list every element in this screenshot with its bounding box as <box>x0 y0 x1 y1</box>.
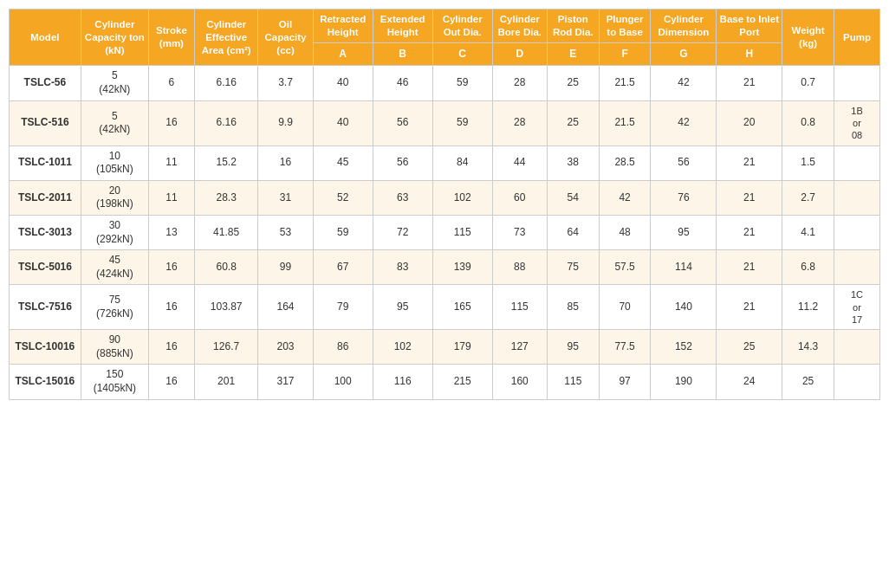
cell-col-a: 40 <box>313 66 373 100</box>
cell-stroke: 13 <box>148 215 194 249</box>
cell-col-h: 21 <box>717 285 782 330</box>
cell-model: TSLC-15016 <box>10 365 81 399</box>
table-row: TSLC-5165 (42kN)166.169.9405659282521.54… <box>10 100 880 145</box>
table-row: TSLC-751675 (726kN)16103.871647995165115… <box>10 285 880 330</box>
cell-stroke: 16 <box>148 330 194 365</box>
header-capacity: Cylinder Capacity ton (kN) <box>81 10 148 66</box>
cell-capacity: 150 (1405kN) <box>81 365 148 399</box>
cell-col-c: 84 <box>432 145 492 180</box>
cell-model: TSLC-10016 <box>10 330 81 365</box>
cell-model: TSLC-5016 <box>10 250 81 285</box>
cell-model: TSLC-56 <box>10 66 81 100</box>
cell-col-a: 79 <box>313 285 373 330</box>
cell-weight: 25 <box>782 365 834 399</box>
cell-capacity: 45 (424kN) <box>81 250 148 285</box>
cell-col-b: 46 <box>373 66 432 100</box>
header-retracted-height: Retracted Height <box>313 10 373 43</box>
cell-col-g: 140 <box>651 285 717 330</box>
header-sub-b: B <box>373 42 432 66</box>
cell-col-a: 45 <box>313 145 373 180</box>
cell-capacity: 5 (42kN) <box>81 100 148 145</box>
cell-pump <box>834 215 880 249</box>
cell-col-f: 42 <box>599 180 651 215</box>
header-pump: Pump <box>834 10 880 66</box>
header-eff-area: Cylinder Effective Area (cm²) <box>194 10 258 66</box>
cell-stroke: 11 <box>148 180 194 215</box>
cell-col-b: 56 <box>373 100 432 145</box>
table-row: TSLC-301330 (292kN)1341.8553597211573644… <box>10 215 880 249</box>
cell-eff-area: 201 <box>194 365 258 399</box>
cell-col-h: 24 <box>717 365 782 399</box>
table-row: TSLC-565 (42kN)66.163.7404659282521.5422… <box>10 66 880 100</box>
cell-col-f: 70 <box>599 285 651 330</box>
table-row: TSLC-101110 (105kN)1115.216455684443828.… <box>10 145 880 180</box>
cell-col-c: 59 <box>432 66 492 100</box>
cell-weight: 11.2 <box>782 285 834 330</box>
cell-col-a: 86 <box>313 330 373 365</box>
table-body: TSLC-565 (42kN)66.163.7404659282521.5422… <box>10 66 880 399</box>
cell-col-a: 59 <box>313 215 373 249</box>
cell-col-g: 42 <box>651 100 717 145</box>
cell-col-d: 28 <box>492 100 547 145</box>
header-sub-g: G <box>651 42 717 66</box>
table-row: TSLC-1001690 (885kN)16126.72038610217912… <box>10 330 880 365</box>
cell-col-e: 85 <box>547 285 599 330</box>
cell-col-e: 25 <box>547 66 599 100</box>
cell-col-a: 100 <box>313 365 373 399</box>
cell-oil-cap: 317 <box>258 365 313 399</box>
cell-col-e: 38 <box>547 145 599 180</box>
cell-col-f: 21.5 <box>599 100 651 145</box>
header-weight: Weight (kg) <box>782 10 834 66</box>
cell-col-h: 21 <box>717 250 782 285</box>
header-row-1: Model Cylinder Capacity ton (kN) Stroke … <box>10 10 880 43</box>
cell-weight: 4.1 <box>782 215 834 249</box>
cell-col-c: 115 <box>432 215 492 249</box>
cell-col-e: 54 <box>547 180 599 215</box>
cell-model: TSLC-1011 <box>10 145 81 180</box>
cell-col-b: 95 <box>373 285 432 330</box>
header-sub-d: D <box>492 42 547 66</box>
cell-pump <box>834 145 880 180</box>
cell-pump <box>834 330 880 365</box>
cell-oil-cap: 9.9 <box>258 100 313 145</box>
header-base-inlet: Base to Inlet Port <box>717 10 782 43</box>
cell-eff-area: 15.2 <box>194 145 258 180</box>
cell-oil-cap: 53 <box>258 215 313 249</box>
cell-stroke: 16 <box>148 100 194 145</box>
cell-weight: 0.7 <box>782 66 834 100</box>
cell-capacity: 20 (198kN) <box>81 180 148 215</box>
header-sub-f: F <box>599 42 651 66</box>
cell-stroke: 16 <box>148 365 194 399</box>
cell-col-b: 116 <box>373 365 432 399</box>
cell-pump <box>834 66 880 100</box>
cell-oil-cap: 203 <box>258 330 313 365</box>
cell-col-f: 28.5 <box>599 145 651 180</box>
cell-col-b: 56 <box>373 145 432 180</box>
cell-eff-area: 60.8 <box>194 250 258 285</box>
cell-capacity: 5 (42kN) <box>81 66 148 100</box>
cell-pump: 1C or 17 <box>834 285 880 330</box>
cell-col-e: 95 <box>547 330 599 365</box>
cell-model: TSLC-2011 <box>10 180 81 215</box>
cell-weight: 6.8 <box>782 250 834 285</box>
cell-col-g: 42 <box>651 66 717 100</box>
header-stroke: Stroke (mm) <box>148 10 194 66</box>
cell-col-f: 21.5 <box>599 66 651 100</box>
cell-col-h: 21 <box>717 180 782 215</box>
cell-weight: 2.7 <box>782 180 834 215</box>
cell-stroke: 16 <box>148 285 194 330</box>
header-cyl-out-dia: Cylinder Out Dia. <box>432 10 492 43</box>
cell-stroke: 6 <box>148 66 194 100</box>
cell-col-b: 102 <box>373 330 432 365</box>
cell-oil-cap: 3.7 <box>258 66 313 100</box>
cell-col-b: 72 <box>373 215 432 249</box>
cell-oil-cap: 164 <box>258 285 313 330</box>
cell-col-g: 190 <box>651 365 717 399</box>
header-oil-cap: Oil Capacity (cc) <box>258 10 313 66</box>
cell-model: TSLC-516 <box>10 100 81 145</box>
cell-eff-area: 6.16 <box>194 66 258 100</box>
cell-col-d: 160 <box>492 365 547 399</box>
table-wrapper: Model Cylinder Capacity ton (kN) Stroke … <box>9 9 880 400</box>
cell-pump <box>834 365 880 399</box>
cell-oil-cap: 16 <box>258 145 313 180</box>
